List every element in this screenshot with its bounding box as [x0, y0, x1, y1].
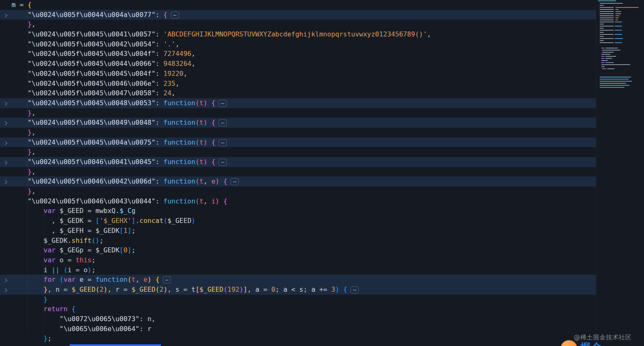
- code-line[interactable]: "\u0024\u005f\u0046\u0041\u0045": functi…: [0, 157, 596, 167]
- code-token: ,: [32, 187, 36, 195]
- gutter-spacer: [0, 128, 12, 138]
- code-line[interactable]: $_GEDK.shift();: [0, 236, 596, 246]
- code-line[interactable]: }: [0, 295, 596, 305]
- code-line[interactable]: "\u0024\u005f\u0046\u0042\u006d": functi…: [0, 177, 596, 186]
- folded-code-badge[interactable]: ⋯: [219, 159, 227, 166]
- folded-code-badge[interactable]: ⋯: [171, 12, 179, 19]
- folded-code-badge[interactable]: ⋯: [350, 286, 359, 293]
- gutter-spacer: [0, 49, 12, 59]
- code-text: return {: [12, 304, 596, 314]
- minimap-line: [601, 60, 608, 61]
- fold-chevron-icon[interactable]: [3, 141, 7, 145]
- code-line[interactable]: "\u0024\u005f\u0045\u0045\u004f": 19220,: [0, 69, 596, 79]
- minimap-line: [615, 13, 621, 14]
- minimap-line: [600, 17, 614, 18]
- code-line[interactable]: "\u0024\u005f\u0045\u0049\u0048": functi…: [0, 118, 596, 128]
- code-line[interactable]: "\u0065\u006e\u0064": r: [0, 324, 596, 334]
- code-token: [12, 158, 28, 166]
- code-line[interactable]: "\u0072\u0065\u0073": n,: [0, 314, 596, 324]
- code-token: (: [127, 276, 131, 283]
- code-line[interactable]: "\u0024\u005f\u0046\u0043\u0044": functi…: [0, 196, 596, 206]
- minimap-line: [600, 36, 604, 37]
- fold-gutter[interactable]: [0, 157, 12, 167]
- code-line[interactable]: , $_GEDK = ['$_GEHX'].concat($_GEED): [0, 216, 596, 226]
- minimap-line: [615, 30, 622, 31]
- minimap-line: [615, 17, 619, 18]
- minimap-line: [615, 34, 622, 35]
- code-line[interactable]: },: [0, 108, 596, 118]
- fold-gutter[interactable]: [0, 138, 12, 148]
- gutter-spacer: [0, 59, 12, 69]
- folded-code-badge[interactable]: ⋯: [219, 119, 227, 126]
- code-line[interactable]: return {: [0, 304, 596, 314]
- fold-chevron-icon[interactable]: [3, 180, 7, 184]
- code-token: [12, 286, 44, 293]
- fold-chevron-icon[interactable]: [3, 278, 7, 283]
- code-line[interactable]: },: [0, 167, 596, 177]
- code-token: $_GEDK: [44, 237, 68, 244]
- code-token: }: [28, 148, 32, 156]
- code-line[interactable]: },: [0, 186, 596, 196]
- code-line[interactable]: for (var e = function(t, e) {⋯: [0, 275, 596, 285]
- gutter-spacer: [0, 295, 12, 305]
- code-line[interactable]: "\u0024\u005f\u0045\u0047\u0058": 24,: [0, 88, 596, 98]
- code-line[interactable]: },: [0, 147, 596, 157]
- folded-code-badge[interactable]: ⋯: [219, 139, 227, 146]
- code-token: [12, 30, 28, 38]
- code-line[interactable]: "\u0024\u005f\u0044\u004a\u0077": {⋯: [0, 10, 596, 20]
- code-token: =: [83, 217, 95, 225]
- fold-chevron-icon[interactable]: [3, 288, 7, 292]
- code-token: =: [83, 227, 95, 235]
- code-line[interactable]: "\u0024\u005f\u0045\u0044\u0066": 948326…: [0, 59, 596, 69]
- code-line[interactable]: "\u0024\u005f\u0045\u0043\u004f": 727449…: [0, 49, 596, 59]
- code-line[interactable]: "\u0024\u005f\u0045\u0046\u006e": 235,: [0, 79, 596, 89]
- code-line[interactable]: "\u0024\u005f\u0045\u0042\u0054": '.',: [0, 39, 596, 49]
- code-lines: m = { "\u0024\u005f\u0044\u004a\u0077": …: [0, 0, 596, 344]
- fold-gutter[interactable]: [0, 285, 12, 295]
- code-line[interactable]: "\u0024\u005f\u0045\u004a\u0075": functi…: [0, 138, 596, 148]
- fold-chevron-icon[interactable]: [3, 121, 7, 126]
- code-line[interactable]: }, n = $_GEED(2), r = $_GEED(2), s = t[$…: [0, 285, 596, 295]
- code-token: 9483264: [163, 60, 191, 68]
- code-line[interactable]: var o = this;: [0, 255, 596, 265]
- folded-code-badge[interactable]: ⋯: [219, 100, 227, 107]
- fold-chevron-icon[interactable]: [3, 161, 7, 165]
- minimap-line: [600, 40, 604, 41]
- fold-chevron-icon[interactable]: [3, 13, 7, 17]
- code-token: ,: [12, 217, 60, 225]
- code-token: [12, 237, 44, 244]
- minimap-line: [601, 66, 605, 67]
- code-token: n: [56, 286, 60, 293]
- code-line[interactable]: , $_GEFH = $_GEDK[1];: [0, 226, 596, 236]
- folded-code-badge[interactable]: ⋯: [163, 276, 171, 283]
- code-line[interactable]: },: [0, 19, 596, 29]
- code-token: "\u0024\u005f\u0045\u0041\u0057": [28, 30, 156, 38]
- code-token: ;: [131, 246, 136, 254]
- code-token: :: [156, 40, 163, 48]
- fold-chevron-icon[interactable]: [3, 102, 7, 106]
- fold-gutter[interactable]: [0, 118, 12, 128]
- code-text: "\u0024\u005f\u0046\u0042\u006d": functi…: [12, 177, 596, 186]
- code-line[interactable]: m = {: [0, 0, 596, 10]
- code-line[interactable]: i || (i = o);: [0, 265, 596, 275]
- code-token: ,: [136, 276, 143, 283]
- code-line[interactable]: var $_GEGp = $_GEDK[0];: [0, 245, 596, 255]
- minimap[interactable]: [596, 0, 644, 346]
- code-text: }: [12, 295, 596, 305]
- gutter-spacer: [0, 196, 12, 206]
- code-line[interactable]: };: [0, 334, 596, 344]
- fold-gutter[interactable]: [0, 98, 12, 108]
- fold-gutter[interactable]: [0, 10, 12, 20]
- code-token: :: [156, 80, 163, 87]
- fold-gutter[interactable]: [0, 177, 12, 186]
- code-text: }, n = $_GEED(2), r = $_GEED(2), s = t[$…: [12, 285, 596, 295]
- fold-gutter[interactable]: [0, 275, 12, 285]
- code-line[interactable]: var $_GEED = mwbxQ.$_Cg: [0, 206, 596, 216]
- code-token: e: [211, 177, 216, 185]
- code-token: "\u0024\u005f\u0045\u0044\u0066": [28, 60, 156, 68]
- code-line[interactable]: },: [0, 128, 596, 138]
- folded-code-badge[interactable]: ⋯: [231, 178, 239, 185]
- code-line[interactable]: "\u0024\u005f\u0045\u0041\u0057": 'ABCDE…: [0, 29, 596, 39]
- code-token: [60, 266, 64, 274]
- code-line[interactable]: "\u0024\u005f\u0045\u0048\u0053": functi…: [0, 98, 596, 108]
